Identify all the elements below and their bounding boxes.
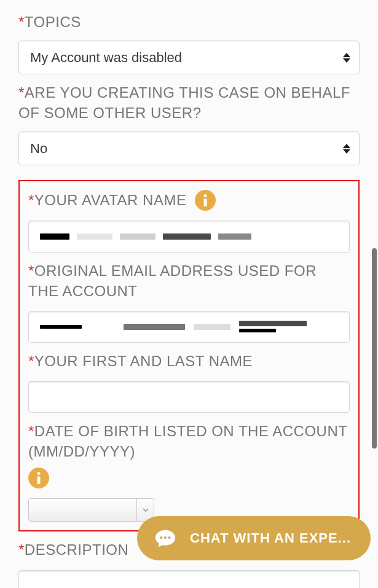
field-full-name: *YOUR FIRST AND LAST NAME bbox=[28, 351, 350, 413]
select-behalf-value: No bbox=[30, 141, 47, 157]
label-email: *ORIGINAL EMAIL ADDRESS USED FOR THE ACC… bbox=[28, 261, 350, 301]
field-original-email: *ORIGINAL EMAIL ADDRESS USED FOR THE ACC… bbox=[28, 261, 350, 343]
select-topics[interactable]: My Account was disabled bbox=[18, 41, 360, 74]
date-picker-dob[interactable] bbox=[28, 498, 154, 522]
highlighted-section: *YOUR AVATAR NAME *ORIGINAL EMAIL ADDRES… bbox=[18, 180, 360, 531]
field-dob: *DATE OF BIRTH LISTED ON THE ACCOUNT (MM… bbox=[28, 421, 350, 522]
label-fullname: *YOUR FIRST AND LAST NAME bbox=[28, 351, 350, 371]
label-dob: *DATE OF BIRTH LISTED ON THE ACCOUNT (MM… bbox=[28, 421, 350, 461]
svg-rect-0 bbox=[204, 194, 207, 197]
svg-rect-2 bbox=[37, 472, 41, 475]
chat-label: CHAT WITH AN EXPE... bbox=[190, 530, 351, 546]
svg-point-5 bbox=[164, 536, 167, 539]
scrollbar-thumb[interactable] bbox=[372, 248, 377, 449]
spinner-icon bbox=[343, 132, 350, 165]
info-icon[interactable] bbox=[28, 468, 49, 488]
select-behalf[interactable]: No bbox=[18, 131, 360, 165]
spinner-icon bbox=[343, 41, 350, 74]
label-behalf: *ARE YOU CREATING THIS CASE ON BEHALF OF… bbox=[18, 83, 360, 123]
chat-button[interactable]: CHAT WITH AN EXPE... bbox=[137, 516, 371, 560]
label-avatar: *YOUR AVATAR NAME bbox=[28, 190, 186, 210]
field-behalf: *ARE YOU CREATING THIS CASE ON BEHALF OF… bbox=[18, 83, 360, 165]
svg-point-4 bbox=[160, 536, 162, 539]
info-icon[interactable] bbox=[195, 190, 216, 211]
input-avatar-name[interactable] bbox=[28, 221, 350, 253]
select-topics-value: My Account was disabled bbox=[30, 50, 182, 66]
input-full-name[interactable] bbox=[28, 381, 350, 413]
input-original-email[interactable] bbox=[28, 311, 350, 343]
chat-icon bbox=[153, 526, 178, 551]
svg-rect-3 bbox=[37, 477, 41, 485]
svg-point-6 bbox=[168, 536, 171, 539]
label-topics: *TOPICS bbox=[18, 12, 360, 32]
field-avatar-name: *YOUR AVATAR NAME bbox=[28, 190, 350, 253]
field-topics: *TOPICS My Account was disabled bbox=[18, 12, 360, 74]
svg-rect-1 bbox=[204, 199, 207, 207]
input-description[interactable] bbox=[18, 570, 360, 588]
